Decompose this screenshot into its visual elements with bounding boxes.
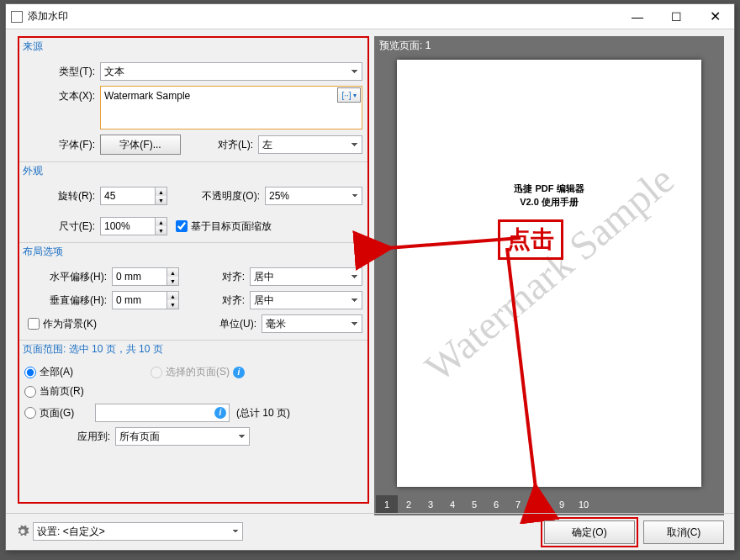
page-tab[interactable]: 4 xyxy=(441,495,463,514)
unit-label: 单位(U): xyxy=(206,317,256,331)
close-button[interactable]: ✕ xyxy=(695,4,734,29)
rotate-label: 旋转(R): xyxy=(24,189,95,203)
voffset-spinner[interactable]: ▲▼ xyxy=(112,291,179,309)
preview-page: 迅捷 PDF 编辑器 V2.0 使用手册 Watermark Sample 点击 xyxy=(397,60,701,487)
range-pages-input[interactable] xyxy=(95,404,230,422)
scale-up[interactable]: ▲ xyxy=(155,218,166,226)
info-icon: i xyxy=(214,407,226,419)
valign-label: 对齐: xyxy=(179,293,245,308)
group-layout: 布局选项 xyxy=(19,243,367,261)
dialog-window: 添加水印 — ☐ ✕ 来源 类型(T): 文本 文本(X): Watermark… xyxy=(5,3,735,551)
halign-label: 对齐: xyxy=(179,270,245,284)
scale-down[interactable]: ▼ xyxy=(155,226,166,235)
range-pages-radio[interactable] xyxy=(24,407,36,419)
hoffset-spinner[interactable]: ▲▼ xyxy=(112,267,179,286)
scale-label: 尺寸(E): xyxy=(24,219,95,234)
ok-button[interactable]: 确定(O) xyxy=(544,520,635,544)
page-tab[interactable]: 9 xyxy=(551,495,573,514)
group-source: 来源 xyxy=(19,38,367,55)
group-range: 页面范围: 选中 10 页，共 10 页 xyxy=(19,341,367,358)
voffset-label: 垂直偏移(H): xyxy=(24,293,107,308)
text-align-select[interactable]: 左 xyxy=(258,135,362,154)
watermark-text-input[interactable]: Watermark Sample xyxy=(100,86,362,129)
page-tab[interactable]: 2 xyxy=(398,495,420,514)
rotate-up[interactable]: ▲ xyxy=(155,188,166,196)
font-label: 字体(F): xyxy=(24,138,95,152)
page-tab[interactable]: 3 xyxy=(420,495,441,514)
settings-panel: 来源 类型(T): 文本 文本(X): Watermark Sample [··… xyxy=(18,36,369,504)
preview-panel: 预览页面: 1 迅捷 PDF 编辑器 V2.0 使用手册 Watermark S… xyxy=(374,36,724,515)
valign-select[interactable]: 居中 xyxy=(250,291,362,309)
gear-icon xyxy=(16,525,29,538)
unit-select[interactable]: 毫米 xyxy=(262,314,362,333)
page-tab[interactable]: 6 xyxy=(485,495,507,514)
page-tab[interactable]: 10 xyxy=(573,495,595,514)
text-label: 文本(X): xyxy=(24,86,95,103)
opacity-select[interactable]: 25% xyxy=(265,187,362,205)
range-all-radio[interactable] xyxy=(24,367,36,378)
page-viewport: 迅捷 PDF 编辑器 V2.0 使用手册 Watermark Sample 点击 xyxy=(379,55,719,492)
group-appearance: 外观 xyxy=(19,162,367,180)
bottom-bar: 设置: <自定义> 确定(O) 取消(C) xyxy=(6,513,734,550)
font-button[interactable]: 字体(F)... xyxy=(100,135,181,155)
settings-preset-select[interactable]: 设置: <自定义> xyxy=(33,522,243,541)
maximize-button[interactable]: ☐ xyxy=(657,4,695,29)
page-tab[interactable]: 1 xyxy=(376,495,398,514)
app-icon xyxy=(11,11,23,23)
type-select[interactable]: 文本 xyxy=(100,62,362,81)
opacity-label: 不透明度(O): xyxy=(167,189,260,203)
info-icon: i xyxy=(233,367,245,378)
hoffset-label: 水平偏移(H): xyxy=(24,270,107,284)
as-background-checkbox[interactable] xyxy=(28,318,40,330)
page-tab[interactable]: 8 xyxy=(529,495,551,514)
scale-relative-label: 基于目标页面缩放 xyxy=(191,219,272,234)
macro-button[interactable]: [··]▾ xyxy=(337,87,361,103)
window-title: 添加水印 xyxy=(28,9,618,24)
halign-select[interactable]: 居中 xyxy=(250,267,362,286)
preview-title: 预览页面: 1 xyxy=(374,36,724,55)
type-label: 类型(T): xyxy=(24,65,95,79)
cancel-button[interactable]: 取消(C) xyxy=(643,520,724,544)
text-align-label: 对齐(L): xyxy=(181,138,253,152)
as-background-label: 作为背景(K) xyxy=(43,317,206,331)
total-pages-label: (总计 10 页) xyxy=(236,406,290,420)
page-tab[interactable]: 5 xyxy=(463,495,485,514)
rotate-down[interactable]: ▼ xyxy=(155,196,166,204)
minimize-button[interactable]: — xyxy=(618,4,657,29)
apply-to-select[interactable]: 所有页面 xyxy=(115,427,250,446)
scale-relative-checkbox[interactable] xyxy=(176,220,188,232)
callout-click: 点击 xyxy=(498,219,563,260)
range-selected-radio xyxy=(151,367,162,378)
scale-spinner[interactable]: ▲▼ xyxy=(100,217,167,235)
titlebar: 添加水印 — ☐ ✕ xyxy=(6,4,734,29)
range-current-radio[interactable] xyxy=(24,386,36,398)
page-tab[interactable]: 7 xyxy=(507,495,529,514)
rotate-spinner[interactable]: ▲▼ xyxy=(100,187,167,205)
apply-to-label: 应用到: xyxy=(24,430,110,444)
